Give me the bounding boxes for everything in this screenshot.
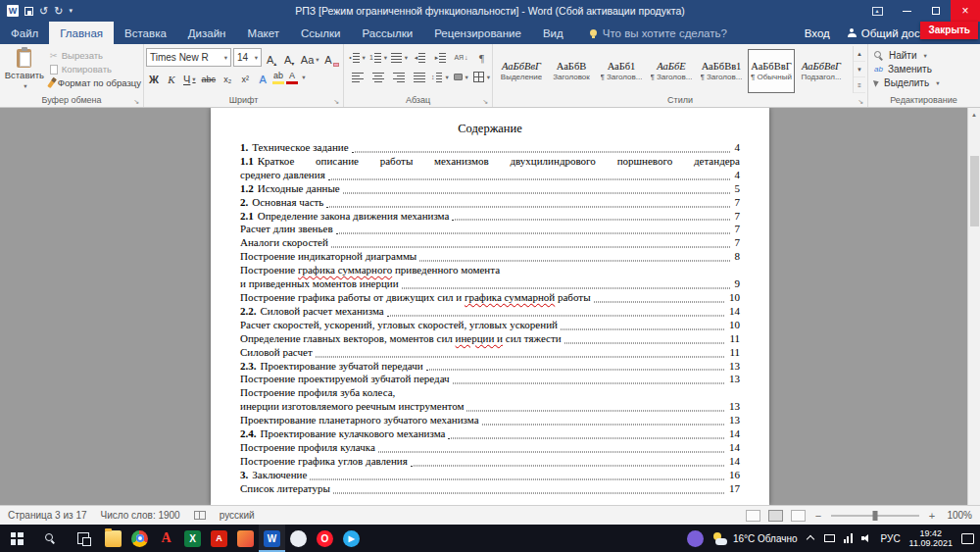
toc-entry[interactable]: 2.Основная часть7 [240, 196, 740, 210]
tab-file[interactable]: Файл [0, 22, 49, 44]
zoom-slider[interactable] [831, 515, 919, 517]
weather-widget[interactable]: 16°C Облачно [712, 532, 798, 545]
toc-entry[interactable]: инерции изготовляемого реечным инструмен… [240, 400, 740, 414]
zoom-out-button[interactable]: − [813, 510, 823, 522]
taskbar-app[interactable]: O [312, 525, 338, 552]
replace-button[interactable]: ab Заменить [874, 64, 977, 75]
styles-scroll-up-icon[interactable]: ▲ [854, 46, 865, 62]
scroll-up-icon[interactable]: ▲ [968, 108, 980, 121]
highlight-color-button[interactable]: ab [272, 72, 284, 84]
styles-more-icon[interactable]: ≡ [854, 77, 865, 93]
paste-dropdown-icon[interactable]: ▾ [24, 82, 26, 90]
font-family-select[interactable]: Times New R▾ [146, 48, 231, 67]
copy-button[interactable]: Копировать [50, 64, 141, 75]
task-view-button[interactable] [67, 525, 100, 552]
toc-entry[interactable]: и приведенных моментов инерции9 [240, 277, 740, 291]
underline-button[interactable]: Ч▾ [181, 69, 198, 86]
zoom-in-button[interactable]: + [927, 510, 937, 522]
sort-button[interactable]: АЯ↓ [453, 49, 469, 66]
superscript-button[interactable]: x² [237, 69, 253, 86]
toc-entry[interactable]: Силовой расчет11 [240, 346, 740, 360]
font-color-button[interactable]: А [286, 72, 298, 84]
taskbar-app[interactable] [232, 525, 259, 552]
volume-icon[interactable] [861, 533, 872, 543]
taskbar-app[interactable] [100, 525, 126, 552]
cut-button[interactable]: ✂ Вырезать [50, 50, 141, 61]
align-right-button[interactable] [390, 69, 407, 85]
save-icon[interactable] [24, 0, 33, 22]
clipboard-dialog-launcher-icon[interactable]: ↘ [133, 98, 139, 105]
clock[interactable]: 19:42 11.09.2021 [909, 528, 953, 549]
font-color-dropdown-icon[interactable]: ▾ [302, 74, 305, 81]
start-button[interactable] [0, 525, 33, 552]
tab-view[interactable]: Вид [532, 22, 574, 44]
paste-button[interactable]: Вставить ▾ [2, 46, 47, 93]
style-item[interactable]: АаБбВЗаголовок [548, 49, 595, 93]
vertical-scrollbar[interactable]: ▲ [967, 108, 980, 505]
display-icon[interactable] [824, 534, 835, 542]
close-button[interactable]: × [951, 0, 980, 22]
hidden-icons-chevron[interactable] [807, 534, 815, 543]
toc-entry[interactable]: 2.2.Силовой расчет механизма14 [240, 305, 740, 319]
toc-entry[interactable]: 1.1Краткое описание работы механизмов дв… [240, 155, 740, 169]
tab-review[interactable]: Рецензирование [423, 22, 532, 44]
tab-references[interactable]: Ссылки [290, 22, 352, 44]
minimize-button[interactable] [892, 0, 921, 22]
qat-dropdown-icon[interactable]: ▾ [69, 0, 73, 22]
language-indicator[interactable]: русский [220, 510, 255, 521]
taskbar-search-button[interactable] [33, 525, 67, 552]
avatar-icon[interactable] [687, 530, 704, 547]
ribbon-display-options-icon[interactable]: ▴ [862, 0, 892, 22]
strikethrough-button[interactable]: abc [200, 69, 219, 86]
shrink-font-button[interactable]: А▾ [281, 49, 297, 67]
toc-entry[interactable]: Построение профиля зуба колеса, [240, 386, 740, 400]
italic-button[interactable]: К [164, 69, 179, 86]
toc-entry[interactable]: Проектирование планетарного зубчатого ме… [240, 414, 740, 427]
page-indicator[interactable]: Страница 3 из 17 [8, 510, 87, 521]
bullets-button[interactable]: •▾ [349, 49, 366, 66]
zoom-level[interactable]: 100% [945, 510, 972, 521]
select-button[interactable]: Выделить▾ [874, 77, 977, 88]
toc-entry[interactable]: Расчет длин звеньев7 [240, 223, 740, 236]
zoom-slider-thumb[interactable] [873, 511, 878, 521]
toc-entry[interactable]: Список литературы17 [240, 482, 740, 496]
tab-insert[interactable]: Вставка [114, 22, 177, 44]
toc-entry[interactable]: Построение графика суммарного приведенно… [240, 264, 740, 277]
taskbar-app[interactable] [285, 525, 312, 552]
change-case-button[interactable]: Аа▾ [299, 49, 320, 67]
style-item[interactable]: АаБбВв1¶ Заголов... [698, 49, 745, 93]
toc-entry[interactable]: Расчет скоростей, ускорений, угловых ско… [240, 319, 740, 332]
taskbar-app[interactable]: А [153, 525, 179, 552]
word-count[interactable]: Число слов: 1900 [101, 510, 180, 521]
align-center-button[interactable] [369, 69, 386, 85]
taskbar-app[interactable]: A [206, 525, 232, 552]
toc-entry[interactable]: 2.4.Проектирование кулачкового механизма… [240, 427, 740, 441]
toc-entry[interactable]: Построение индикаторной диаграммы8 [240, 250, 740, 264]
toc-entry[interactable]: 3.Заключение16 [240, 469, 740, 482]
multilevel-list-button[interactable]: ▾ [391, 49, 408, 66]
style-item[interactable]: АаБб1¶ Заголов... [598, 49, 645, 93]
find-button[interactable]: Найти▾ [874, 50, 977, 61]
toc-entry[interactable]: 1.2Исходные данные5 [240, 182, 740, 196]
format-painter-button[interactable]: Формат по образцу [50, 77, 141, 88]
sign-in-link[interactable]: Вход [805, 27, 830, 39]
taskbar-app[interactable]: W [259, 525, 285, 552]
show-marks-button[interactable]: ¶ [473, 49, 490, 66]
style-item[interactable]: АаБбЕ¶ Заголов... [648, 49, 695, 93]
toc-entry[interactable]: 2.1Определение закона движения механизма… [240, 210, 740, 224]
proofing-icon[interactable] [194, 511, 206, 520]
toc-entry[interactable]: Построение проектируемой зубчатой переда… [240, 373, 740, 386]
style-item[interactable]: АаБбВвГВыделение [498, 49, 545, 93]
clear-formatting-button[interactable]: А [322, 49, 341, 67]
document-page[interactable]: Содержание 1.Техническое задание41.1Крат… [211, 108, 769, 505]
toc-entry[interactable]: Построение профиля кулачка14 [240, 441, 740, 455]
style-item[interactable]: АаБбВвГПодзагол... [798, 49, 845, 93]
subscript-button[interactable]: x₂ [220, 69, 235, 86]
toc-entry[interactable]: Построение графика работы от движущих си… [240, 291, 740, 305]
text-effects-button[interactable]: А [255, 69, 270, 86]
paragraph-dialog-launcher-icon[interactable]: ↘ [482, 98, 488, 105]
read-mode-icon[interactable] [746, 510, 760, 522]
styles-scroll-down-icon[interactable]: ▼ [854, 62, 865, 77]
toc-entry[interactable]: среднего давления4 [240, 169, 740, 182]
scrollbar-thumb[interactable] [970, 156, 979, 226]
